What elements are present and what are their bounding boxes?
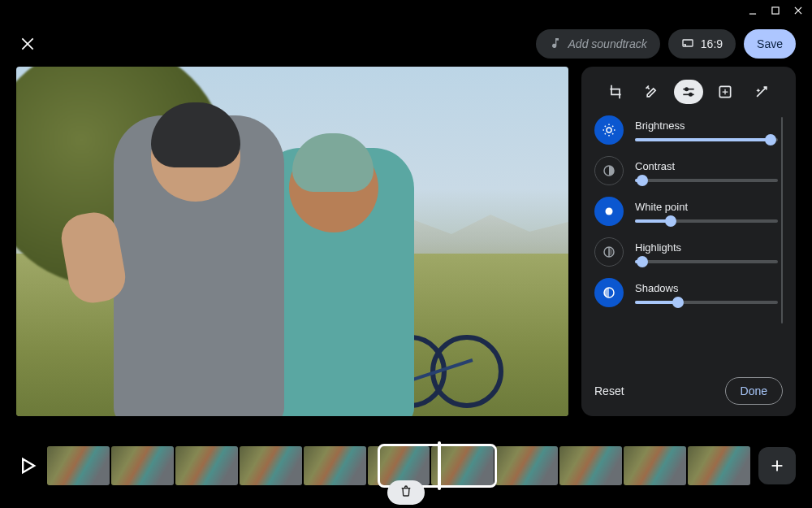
close-button[interactable] — [16, 33, 39, 55]
white-point-slider[interactable] — [635, 219, 778, 223]
clip-thumb[interactable] — [368, 446, 430, 485]
tab-crop[interactable] — [601, 80, 630, 104]
aspect-ratio-icon — [681, 37, 694, 52]
photo-content — [16, 67, 568, 416]
aspect-ratio-label: 16:9 — [701, 37, 723, 50]
svg-point-10 — [689, 93, 692, 96]
brightness-icon[interactable] — [594, 115, 624, 145]
add-clip-button[interactable] — [758, 447, 796, 484]
top-toolbar: Add soundtrack 16:9 Save — [0, 28, 812, 60]
contrast-label: Contrast — [635, 160, 778, 172]
save-label: Save — [757, 37, 783, 50]
done-button[interactable]: Done — [725, 377, 783, 405]
add-soundtrack-button[interactable]: Add soundtrack — [536, 29, 660, 59]
shadows-icon[interactable] — [594, 278, 624, 307]
app-window: Add soundtrack 16:9 Save — [0, 0, 812, 508]
sliders-list: Brightness Contrast White point — [594, 115, 783, 367]
aspect-ratio-button[interactable]: 16:9 — [668, 29, 736, 59]
contrast-slider[interactable] — [635, 179, 778, 182]
shadows-slider[interactable] — [635, 301, 778, 304]
clip-thumb[interactable] — [304, 446, 366, 485]
panel-tabs — [594, 78, 783, 115]
delete-clip-button[interactable] — [387, 480, 425, 505]
clip-thumb[interactable] — [559, 446, 622, 485]
panel-footer: Reset Done — [594, 367, 783, 405]
highlights-icon[interactable] — [594, 237, 624, 267]
photo-preview[interactable] — [16, 67, 568, 416]
tab-tools[interactable] — [637, 80, 667, 104]
highlights-slider[interactable] — [635, 260, 778, 263]
clip-thumb[interactable] — [624, 446, 686, 485]
slider-brightness: Brightness — [594, 115, 778, 145]
tab-magic[interactable] — [747, 80, 776, 104]
clip-thumb[interactable] — [688, 446, 750, 485]
minimize-icon[interactable] — [747, 5, 758, 16]
svg-point-12 — [607, 128, 611, 132]
adjust-panel: Brightness Contrast White point — [581, 67, 796, 416]
window-controls — [747, 5, 804, 16]
window-close-icon[interactable] — [793, 5, 804, 16]
slider-highlights: Highlights — [594, 237, 778, 267]
slider-contrast: Contrast — [594, 156, 778, 185]
brightness-slider[interactable] — [635, 138, 778, 141]
highlights-label: Highlights — [635, 241, 778, 254]
clip-strip[interactable] — [47, 446, 750, 485]
clip-thumb[interactable] — [240, 446, 302, 485]
white-point-icon[interactable] — [594, 197, 624, 226]
clip-thumb[interactable] — [495, 446, 558, 485]
playhead[interactable] — [438, 441, 441, 490]
reset-button[interactable]: Reset — [594, 384, 624, 397]
trash-icon — [400, 484, 412, 501]
svg-point-14 — [606, 208, 613, 215]
slider-shadows: Shadows — [594, 278, 778, 307]
clip-thumb[interactable] — [47, 446, 110, 485]
svg-marker-17 — [23, 459, 34, 472]
svg-rect-6 — [683, 40, 693, 46]
play-button[interactable] — [16, 454, 39, 477]
clip-thumb[interactable] — [431, 446, 494, 485]
tab-adjust[interactable] — [674, 80, 703, 104]
contrast-icon[interactable] — [594, 156, 624, 185]
svg-rect-1 — [772, 7, 779, 14]
save-button[interactable]: Save — [744, 29, 796, 59]
brightness-label: Brightness — [635, 119, 778, 132]
maximize-icon[interactable] — [770, 5, 781, 16]
tab-filters[interactable] — [710, 80, 740, 104]
slider-white-point: White point — [594, 197, 778, 226]
clip-thumb[interactable] — [175, 446, 238, 485]
white-point-label: White point — [635, 201, 778, 213]
soundtrack-label: Add soundtrack — [568, 37, 647, 50]
scrollbar[interactable] — [781, 117, 783, 323]
clip-thumb[interactable] — [111, 446, 174, 485]
shadows-label: Shadows — [635, 282, 778, 294]
svg-point-8 — [685, 88, 688, 90]
music-note-icon — [549, 37, 562, 52]
